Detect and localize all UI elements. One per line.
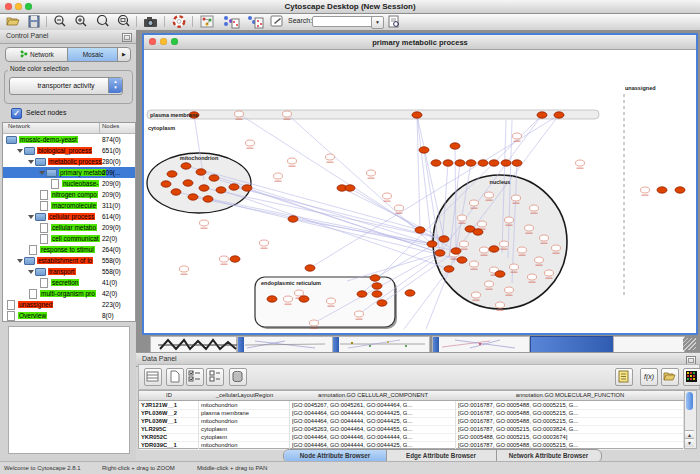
table-cell[interactable]: [GO:0045263, GO:0044464, GO:0044455, G..… [290, 425, 456, 433]
node[interactable] [180, 266, 189, 272]
node[interactable] [283, 111, 292, 117]
tab-network[interactable]: Network [5, 47, 69, 62]
node[interactable] [345, 185, 355, 191]
node[interactable] [415, 227, 425, 233]
node[interactable] [229, 184, 239, 190]
notepad-icon[interactable] [615, 368, 633, 386]
edge[interactable] [417, 115, 444, 239]
zoom-fit-icon[interactable] [117, 15, 131, 28]
node[interactable] [260, 240, 269, 246]
tree-row[interactable]: transport558(0) [3, 266, 135, 277]
tree-row[interactable]: multi-organism pro42(0) [3, 288, 135, 299]
node[interactable] [576, 160, 585, 166]
node[interactable] [540, 235, 549, 241]
tree-row[interactable]: unassigned223(0) [3, 299, 135, 310]
tree-row[interactable]: mosaic-demo-yeast874(0) [3, 134, 135, 145]
node[interactable] [216, 187, 226, 193]
node[interactable] [284, 296, 293, 302]
attribute-checklist-icon[interactable] [186, 368, 204, 386]
node[interactable] [161, 181, 171, 187]
node[interactable] [443, 160, 453, 166]
node[interactable] [455, 160, 465, 166]
node[interactable] [181, 163, 191, 169]
tree-row[interactable]: response to stimul264(0) [3, 244, 135, 255]
table-cell[interactable]: cytoplasm [199, 433, 290, 441]
zoom-out-icon[interactable] [53, 15, 67, 28]
node[interactable] [357, 291, 367, 297]
snapshot-icon[interactable] [143, 15, 157, 28]
node[interactable] [267, 296, 277, 302]
minimized-window[interactable] [613, 336, 685, 353]
minimized-window[interactable] [237, 336, 333, 353]
minimized-window[interactable] [530, 336, 615, 353]
tree-row[interactable]: metabolic process280(0) [3, 156, 135, 167]
table-cell[interactable]: [GO:0016787, GO:0005488, GO:0005215, G..… [456, 441, 684, 449]
table-cell[interactable]: YPL036W__1 [139, 417, 199, 425]
edge[interactable] [347, 253, 440, 281]
node[interactable] [489, 246, 499, 252]
node[interactable] [457, 257, 467, 263]
expand-arrow-icon[interactable] [28, 270, 34, 274]
node[interactable] [288, 216, 298, 222]
table-cell[interactable]: [GO:0044464, GO:0044444, GO:0044425, G..… [290, 409, 456, 417]
select-nodes-checkbox[interactable]: ✓ [11, 108, 22, 119]
node[interactable] [518, 247, 527, 253]
node[interactable] [485, 192, 494, 198]
node[interactable] [552, 245, 561, 251]
node[interactable] [495, 271, 505, 277]
scrollbar-thumb[interactable] [686, 392, 693, 410]
node[interactable] [419, 147, 429, 153]
minimized-window-titlebar[interactable] [238, 337, 244, 352]
resize-grip[interactable] [683, 338, 696, 350]
tree-row[interactable]: primary metabo209(... [3, 167, 135, 178]
create-attribute-icon[interactable] [166, 368, 184, 386]
node[interactable] [554, 112, 564, 118]
search-input[interactable] [312, 16, 374, 27]
node[interactable] [460, 241, 469, 247]
node[interactable] [470, 261, 479, 267]
node[interactable] [472, 292, 481, 298]
table-cell[interactable]: mitochondrion [199, 441, 290, 449]
node[interactable] [478, 221, 487, 227]
node[interactable] [305, 265, 315, 271]
node[interactable] [641, 187, 650, 193]
node[interactable] [480, 247, 489, 253]
node[interactable] [427, 241, 437, 247]
node[interactable] [512, 195, 521, 201]
table-column-header[interactable]: _cellularLayoutRegion [199, 391, 291, 401]
edge[interactable] [204, 188, 444, 239]
node[interactable] [412, 112, 422, 118]
node[interactable] [383, 193, 392, 199]
node[interactable] [295, 290, 304, 296]
node[interactable] [537, 112, 547, 118]
network-tree-header[interactable]: Network Nodes [3, 123, 135, 134]
layout-b-icon[interactable] [246, 15, 260, 28]
minimized-window[interactable] [432, 336, 530, 353]
edge[interactable] [417, 115, 432, 244]
node[interactable] [242, 185, 252, 191]
node[interactable] [209, 175, 219, 181]
layout-a-icon[interactable] [222, 15, 236, 28]
advanced-search-icon[interactable] [387, 15, 401, 28]
tree-row[interactable]: nitrogen compo209(0) [3, 189, 135, 200]
table-cell[interactable]: [GO:0016787, GO:0005215, GO:0003824, G..… [456, 425, 684, 433]
expand-arrow-icon[interactable] [39, 171, 45, 175]
node[interactable] [530, 205, 539, 211]
search-combo-button[interactable]: ▼ [371, 16, 384, 29]
tree-row[interactable]: cellular process614(0) [3, 211, 135, 222]
table-cell[interactable]: [GO:0016787, GO:0005488, GO:0005215, G..… [456, 409, 684, 417]
tree-row[interactable]: macromolecule311(0) [3, 200, 135, 211]
select-attributes-icon[interactable] [144, 368, 162, 386]
tree-row[interactable]: secretion41(0) [3, 277, 135, 288]
node[interactable] [675, 187, 685, 193]
network-overview-icon[interactable] [200, 15, 214, 28]
node[interactable] [485, 281, 494, 287]
float-panel-icon[interactable] [122, 33, 132, 42]
node[interactable] [299, 296, 309, 302]
node[interactable] [489, 160, 499, 166]
node[interactable] [274, 173, 283, 179]
node[interactable] [372, 291, 382, 297]
import-attributes-icon[interactable] [661, 368, 679, 386]
node[interactable] [171, 189, 181, 195]
node[interactable] [367, 170, 376, 176]
